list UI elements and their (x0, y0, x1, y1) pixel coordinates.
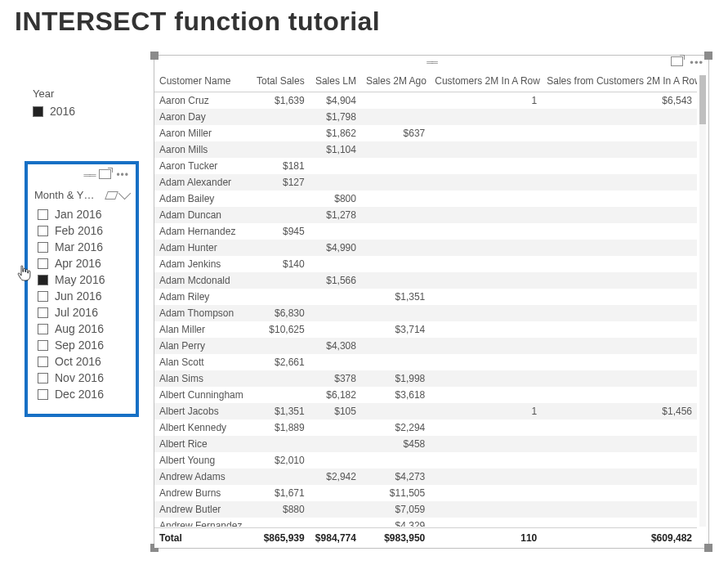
cell-total-sales (249, 240, 310, 256)
table-row[interactable]: Alan Scott$2,661 (154, 354, 697, 370)
table-row[interactable]: Andrew Burns$1,671$11,505 (154, 485, 697, 501)
table-row[interactable]: Aaron Day$1,798 (154, 109, 697, 125)
more-options-icon[interactable]: ••• (116, 169, 129, 181)
table-row[interactable]: Alan Miller$10,625$3,714 (154, 321, 697, 338)
cell-sfc-2m (542, 387, 697, 403)
checkbox-icon[interactable] (38, 357, 48, 367)
col-header-sales-lm[interactable]: Sales LM (310, 70, 361, 92)
table-row[interactable]: Aaron Cruz$1,639$4,9041$6,543 (154, 92, 697, 110)
table-row[interactable]: Adam Duncan$1,278 (154, 207, 697, 223)
table-row[interactable]: Aaron Tucker$181 (154, 158, 697, 174)
cell-sfc-2m (542, 125, 697, 141)
table-row[interactable]: Albert Cunningham$6,182$3,618 (154, 387, 697, 403)
month-slicer-item[interactable]: Nov 2016 (34, 370, 129, 386)
cell-customer-name: Aaron Mills (154, 141, 249, 158)
table-row[interactable]: Albert Rice$458 (154, 436, 697, 452)
totals-total-sales: $865,939 (249, 528, 310, 548)
month-slicer-item[interactable]: Aug 2016 (34, 321, 129, 337)
month-slicer-item[interactable]: May 2016 (34, 271, 129, 288)
cell-sales-2m (361, 207, 430, 223)
table-row[interactable]: Adam Thompson$6,830 (154, 305, 697, 321)
month-slicer-toolbar: ══ ••• (34, 169, 129, 184)
table-row[interactable]: Adam Hunter$4,990 (154, 240, 697, 256)
cell-customers-2m (430, 387, 542, 403)
table-row[interactable]: Adam Alexander$127 (154, 174, 697, 191)
table-row[interactable]: Albert Kennedy$1,889$2,294 (154, 419, 697, 436)
table-row[interactable]: Adam Jenkins$140 (154, 256, 697, 272)
cell-customers-2m (430, 419, 542, 436)
checkbox-icon[interactable] (38, 389, 48, 400)
scroll-thumb[interactable] (699, 75, 706, 124)
table-row[interactable]: Andrew Fernandez$4,329 (154, 518, 697, 527)
month-slicer[interactable]: ══ ••• Month & Y… Jan 2016Feb 2016Mar 20… (25, 161, 139, 417)
cell-sales-lm: $105 (310, 403, 361, 419)
cell-customers-2m (430, 436, 542, 452)
cell-customer-name: Aaron Cruz (154, 92, 249, 110)
table-row[interactable]: Aaron Miller$1,862$637 (154, 125, 697, 141)
vertical-scrollbar[interactable] (699, 75, 706, 527)
table-row[interactable]: Alan Sims$378$1,998 (154, 370, 697, 387)
clear-selection-icon[interactable] (105, 191, 118, 200)
checkbox-icon[interactable] (38, 291, 48, 302)
table-row[interactable]: Andrew Butler$880$7,059 (154, 501, 697, 518)
table-row[interactable]: Adam Mcdonald$1,566 (154, 272, 697, 289)
cell-sales-lm: $1,862 (310, 125, 361, 141)
checkbox-icon[interactable] (38, 258, 48, 269)
checkbox-icon[interactable] (38, 373, 48, 383)
table-row[interactable]: Alan Perry$4,308 (154, 338, 697, 354)
data-table-visual[interactable]: ══ ••• Customer Name Total Sales (154, 55, 709, 549)
drag-handle-icon[interactable]: ══ (427, 57, 436, 67)
checkbox-icon[interactable] (38, 324, 48, 334)
month-slicer-item[interactable]: Feb 2016 (34, 222, 129, 239)
month-slicer-item[interactable]: Jun 2016 (34, 288, 129, 304)
col-header-total-sales[interactable]: Total Sales (249, 70, 310, 92)
table-header-row: Customer Name Total Sales Sales LM Sales… (154, 70, 697, 92)
col-header-customer[interactable]: Customer Name (154, 70, 249, 92)
chevron-down-icon[interactable] (118, 187, 132, 200)
table-row[interactable]: Adam Bailey$800 (154, 191, 697, 207)
checkbox-icon[interactable] (38, 307, 48, 318)
month-slicer-item-label: Aug 2016 (55, 322, 104, 335)
month-slicer-item[interactable]: Mar 2016 (34, 239, 129, 255)
year-slicer-item[interactable]: 2016 (33, 105, 147, 118)
month-slicer-item[interactable]: Sep 2016 (34, 337, 129, 353)
month-slicer-item[interactable]: Dec 2016 (34, 386, 129, 402)
cell-customer-name: Alan Miller (154, 321, 249, 338)
cell-total-sales (249, 207, 310, 223)
cell-sales-lm: $378 (310, 370, 361, 387)
cell-sfc-2m (542, 321, 697, 338)
checkbox-icon[interactable] (38, 275, 48, 285)
cell-customer-name: Adam Duncan (154, 207, 249, 223)
resize-handle-icon[interactable] (704, 544, 712, 552)
col-header-sales-2m[interactable]: Sales 2M Ago (361, 70, 430, 92)
checkbox-icon[interactable] (33, 106, 43, 117)
checkbox-icon[interactable] (38, 340, 48, 351)
table-row[interactable]: Andrew Adams$2,942$4,273 (154, 469, 697, 485)
col-header-sales-from-customers-2m[interactable]: Sales from Customers 2M In A Row (542, 70, 697, 92)
focus-mode-icon[interactable] (671, 56, 683, 66)
col-header-customers-2m[interactable]: Customers 2M In A Row (430, 70, 542, 92)
year-slicer[interactable]: Year 2016 (33, 87, 147, 118)
checkbox-icon[interactable] (38, 242, 48, 253)
cell-sales-2m (361, 354, 430, 370)
focus-mode-icon[interactable] (99, 169, 111, 179)
cell-customers-2m (430, 272, 542, 289)
table-row[interactable]: Adam Hernandez$945 (154, 223, 697, 240)
table-row[interactable]: Albert Jacobs$1,351$1051$1,456 (154, 403, 697, 419)
month-slicer-item[interactable]: Apr 2016 (34, 255, 129, 271)
more-options-icon[interactable]: ••• (690, 56, 703, 69)
cell-sfc-2m (542, 452, 697, 469)
table-row[interactable]: Albert Young$2,010 (154, 452, 697, 469)
month-slicer-item[interactable]: Oct 2016 (34, 353, 129, 370)
totals-sales-lm: $984,774 (310, 528, 361, 548)
drag-handle-icon[interactable]: ══ (83, 169, 94, 181)
table-row[interactable]: Adam Riley$1,351 (154, 289, 697, 305)
checkbox-icon[interactable] (38, 226, 48, 236)
month-slicer-item[interactable]: Jan 2016 (34, 206, 129, 222)
month-slicer-item[interactable]: Jul 2016 (34, 304, 129, 321)
cell-total-sales: $1,639 (249, 92, 310, 110)
cell-sales-2m: $4,273 (361, 469, 430, 485)
cell-customer-name: Adam Riley (154, 289, 249, 305)
table-row[interactable]: Aaron Mills$1,104 (154, 141, 697, 158)
checkbox-icon[interactable] (38, 209, 48, 220)
